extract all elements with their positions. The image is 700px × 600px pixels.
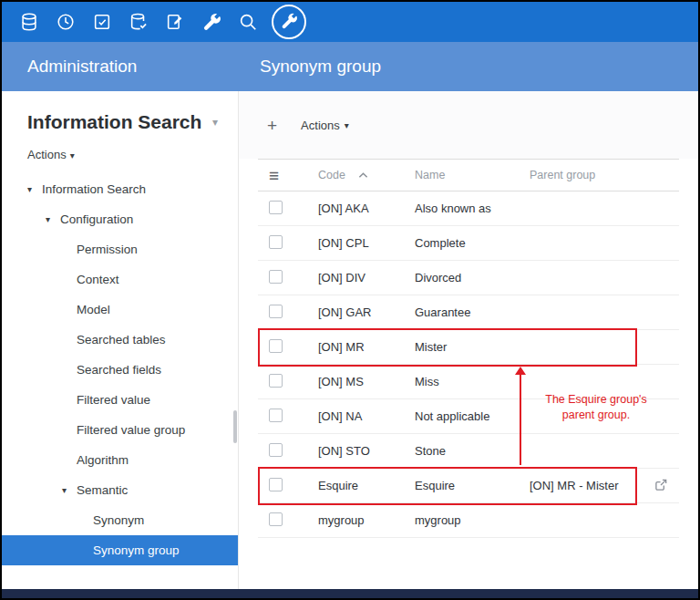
row-checkbox[interactable] xyxy=(269,443,283,457)
table-row[interactable]: mygroup mygroup xyxy=(258,503,679,538)
database-icon xyxy=(19,12,39,32)
tree-item-semantic[interactable]: ▾Semantic xyxy=(2,475,238,505)
cell-name: Stone xyxy=(409,444,524,458)
cell-name: Not applicable xyxy=(409,409,524,423)
cell-name: Mister xyxy=(409,340,524,354)
table-header: ≡ Code Name Parent group xyxy=(258,159,679,191)
cell-name: mygroup xyxy=(409,513,524,527)
tasks-button[interactable] xyxy=(84,2,120,42)
tree-item-synonym-group[interactable]: Synonym group xyxy=(2,535,238,565)
sidebar-title: Information Search xyxy=(27,111,201,133)
tree-item-algorithm[interactable]: Algorithm xyxy=(2,445,238,475)
cell-code: Esquire xyxy=(313,479,409,492)
caret-down-icon[interactable]: ▾ xyxy=(46,214,60,224)
navigation-tree: ▾Information Search ▾Configuration Permi… xyxy=(2,174,238,565)
row-checkbox[interactable] xyxy=(269,270,283,284)
table-row[interactable]: [ON] AKA Also known as xyxy=(258,191,679,226)
cell-code: [ON] GAR xyxy=(313,305,409,319)
edit-document-icon xyxy=(165,12,185,32)
table-row[interactable]: [ON] DIV Divorced xyxy=(258,261,679,295)
cell-name: Divorced xyxy=(409,271,524,284)
sidebar-actions-button[interactable]: Actions▾ xyxy=(2,133,238,161)
synonym-group-table: ≡ Code Name Parent group [ON] AKA A xyxy=(258,159,679,538)
sidebar-title-caret-icon[interactable]: ▾ xyxy=(212,116,218,129)
row-checkbox[interactable] xyxy=(269,409,283,422)
main-panel: + Actions▾ ≡ Code Name Parent grou xyxy=(239,91,698,589)
check-square-icon xyxy=(92,12,112,32)
table-row[interactable]: [ON] STO Stone xyxy=(258,434,679,469)
clock-button[interactable] xyxy=(47,2,84,42)
table-row[interactable]: [ON] CPL Complete xyxy=(258,226,679,261)
cell-code: [ON] MS xyxy=(313,375,409,388)
wrench-icon xyxy=(201,12,221,32)
column-header-parent-group[interactable]: Parent group xyxy=(524,169,637,181)
search-icon xyxy=(238,12,258,32)
tree-item-model[interactable]: Model xyxy=(2,295,238,325)
sidebar: Information Search ▾ Actions▾ ▾Informati… xyxy=(2,91,239,589)
external-link-icon[interactable] xyxy=(654,478,668,494)
tree-item-filtered-value[interactable]: Filtered value xyxy=(2,385,238,415)
caret-down-icon[interactable]: ▾ xyxy=(27,184,42,194)
annotation-arrow-line xyxy=(520,374,521,465)
top-toolbar xyxy=(2,2,698,42)
table-row-mr[interactable]: [ON] MR Mister xyxy=(258,330,679,365)
cell-name: Miss xyxy=(409,375,524,388)
column-header-name[interactable]: Name xyxy=(409,169,524,181)
clock-icon xyxy=(56,12,76,32)
database-button[interactable] xyxy=(11,2,47,42)
bottom-bar xyxy=(2,589,698,598)
sort-asc-icon[interactable] xyxy=(358,169,368,181)
row-checkbox[interactable] xyxy=(269,201,283,214)
annotation-text: The Esquire group's parent group. xyxy=(528,392,664,423)
tree-item-permission[interactable]: Permission xyxy=(2,234,238,264)
tree-item-synonym[interactable]: Synonym xyxy=(2,505,238,535)
cell-code: [ON] DIV xyxy=(313,271,409,284)
row-checkbox[interactable] xyxy=(269,305,283,318)
add-button[interactable]: + xyxy=(267,117,277,134)
cell-name: Complete xyxy=(409,236,524,250)
module-title: Administration xyxy=(2,57,239,77)
active-wrench-icon xyxy=(280,12,298,33)
table-row[interactable]: [ON] GAR Guarantee xyxy=(258,295,679,330)
wrench-button[interactable] xyxy=(193,2,230,42)
cell-code: [ON] AKA xyxy=(313,202,409,215)
cell-code: mygroup xyxy=(313,513,409,527)
chevron-down-icon: ▾ xyxy=(70,150,75,160)
menu-icon[interactable]: ≡ xyxy=(269,167,279,184)
search-button[interactable] xyxy=(230,2,266,42)
column-header-code[interactable]: Code xyxy=(318,169,345,181)
tree-item-searched-tables[interactable]: Searched tables xyxy=(2,325,238,355)
row-checkbox[interactable] xyxy=(269,374,283,388)
header-band: Administration Synonym group xyxy=(2,42,698,91)
main-toolbar: + Actions▾ xyxy=(239,91,698,159)
cell-name: Also known as xyxy=(409,202,524,215)
row-checkbox[interactable] xyxy=(269,339,283,353)
cell-name: Esquire xyxy=(409,479,524,492)
actions-button[interactable]: Actions▾ xyxy=(301,119,349,132)
tree-item-information-search[interactable]: ▾Information Search xyxy=(2,174,238,204)
caret-down-icon[interactable]: ▾ xyxy=(62,485,77,495)
cell-parent-group: [ON] MR - Mister xyxy=(524,479,637,492)
sidebar-actions-label: Actions xyxy=(27,148,67,161)
page-title: Synonym group xyxy=(239,57,381,77)
row-checkbox[interactable] xyxy=(269,478,283,491)
row-checkbox[interactable] xyxy=(269,512,283,526)
row-checkbox[interactable] xyxy=(269,235,283,249)
edit-document-button[interactable] xyxy=(157,2,193,42)
database-check-button[interactable] xyxy=(120,2,157,42)
sidebar-scrollbar[interactable] xyxy=(233,410,237,443)
cell-code: [ON] MR xyxy=(313,340,409,354)
active-module-button[interactable] xyxy=(272,5,306,39)
tree-item-searched-fields[interactable]: Searched fields xyxy=(2,355,238,385)
cell-code: [ON] NA xyxy=(313,409,409,423)
cell-name: Guarantee xyxy=(409,305,524,319)
table-row-esquire[interactable]: Esquire Esquire [ON] MR - Mister xyxy=(258,469,679,503)
cell-code: [ON] STO xyxy=(313,444,409,458)
tree-item-filtered-value-group[interactable]: Filtered value group xyxy=(2,415,238,445)
database-check-icon xyxy=(129,12,149,32)
tree-item-context[interactable]: Context xyxy=(2,264,238,295)
tree-item-configuration[interactable]: ▾Configuration xyxy=(2,204,238,234)
app-window: Administration Synonym group Information… xyxy=(0,0,700,600)
cell-code: [ON] CPL xyxy=(313,236,409,250)
chevron-down-icon: ▾ xyxy=(345,120,349,130)
